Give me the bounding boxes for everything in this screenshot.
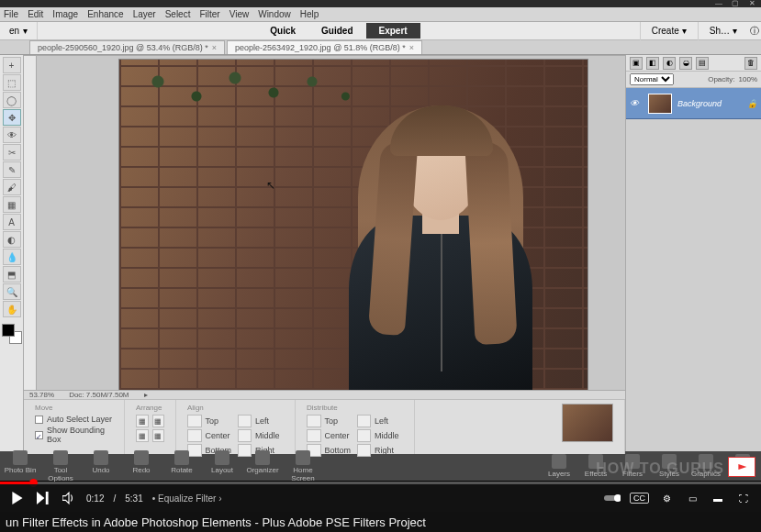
layer-row[interactable]: 👁 Background 🔒 xyxy=(626,88,761,119)
captions-button[interactable]: CC xyxy=(630,493,649,504)
miniplayer-icon[interactable]: ▭ xyxy=(684,490,700,506)
bottom-layers[interactable]: Layers xyxy=(541,454,577,478)
canvas-area: 0102030405060708090100110118 xyxy=(24,55,625,451)
panel-icon[interactable]: ◒ xyxy=(679,57,692,70)
bottom-home-screen[interactable]: Home Screen xyxy=(283,450,323,482)
tool-button[interactable]: 👁 xyxy=(3,127,21,143)
document-tab[interactable]: people-2563492_1920.jpg @ 51.8% (RGB/8) … xyxy=(227,40,422,54)
bounding-box-checkbox[interactable] xyxy=(35,431,43,439)
color-swatches[interactable] xyxy=(2,324,22,344)
arrange-front-button[interactable]: ▦ xyxy=(136,415,149,427)
close-icon[interactable]: ✕ xyxy=(746,1,757,6)
opacity-label: Opacity: xyxy=(708,75,734,83)
menu-file[interactable]: File xyxy=(4,9,18,19)
blend-mode-select[interactable]: Normal xyxy=(630,73,674,85)
menu-select[interactable]: Select xyxy=(165,9,191,19)
lang-label: en xyxy=(9,26,19,36)
play-button[interactable] xyxy=(9,490,26,506)
align-top-button[interactable] xyxy=(307,415,321,427)
tool-button[interactable]: ✎ xyxy=(3,161,21,178)
bottom-organizer[interactable]: Organizer xyxy=(242,450,283,482)
chapter-label[interactable]: Equalize Filter xyxy=(158,493,216,504)
menu-help[interactable]: Help xyxy=(300,9,319,19)
tool-button[interactable]: ◯ xyxy=(3,92,21,108)
tool-button[interactable]: ✥ xyxy=(3,109,21,126)
foreground-color-swatch[interactable] xyxy=(2,324,15,337)
bottom-undo[interactable]: Undo xyxy=(81,450,121,482)
bottom-layout[interactable]: Layout xyxy=(202,450,242,482)
ruler-vertical xyxy=(24,56,37,390)
settings-icon[interactable]: ⚙ xyxy=(658,490,675,506)
tool-button[interactable]: ⬚ xyxy=(3,74,21,91)
viewport[interactable]: ↖ xyxy=(37,56,625,390)
tool-button[interactable]: 🔍 xyxy=(3,283,21,300)
maximize-icon[interactable]: ▢ xyxy=(730,1,741,6)
autoplay-toggle[interactable] xyxy=(604,490,621,506)
lang-dropdown[interactable]: en ▾ xyxy=(0,22,38,39)
tool-button[interactable]: 🖌 xyxy=(3,179,21,195)
opacity-value[interactable]: 100% xyxy=(739,75,757,83)
arrange-back-button[interactable]: ▦ xyxy=(152,415,165,427)
align-top-button[interactable] xyxy=(187,415,202,427)
menu-edit[interactable]: Edit xyxy=(28,9,43,19)
minimize-icon[interactable]: — xyxy=(713,1,724,6)
menu-filter[interactable]: Filter xyxy=(199,9,219,19)
panel-icon[interactable]: ▣ xyxy=(630,57,643,70)
subscribe-button[interactable] xyxy=(728,457,755,477)
create-button[interactable]: Create▾ xyxy=(640,22,698,40)
bottom-rotate[interactable]: Rotate xyxy=(162,450,202,482)
menu-window[interactable]: Window xyxy=(258,9,291,19)
align-left-button[interactable] xyxy=(357,415,372,427)
menu-enhance[interactable]: Enhance xyxy=(87,9,123,19)
panel-icon[interactable]: ◧ xyxy=(646,57,659,70)
menu-view[interactable]: View xyxy=(229,9,250,19)
tool-button[interactable]: ◐ xyxy=(3,231,21,248)
lock-icon: 🔒 xyxy=(747,99,757,108)
video-player-controls: 0:12 / 5:31 • Equalize Filter › CC ⚙ ▭ ▬… xyxy=(0,484,761,512)
sh-button[interactable]: Sh…▾ xyxy=(698,22,748,40)
arrange-backward-button[interactable]: ▦ xyxy=(152,429,165,442)
align-middle-button[interactable] xyxy=(357,429,372,442)
next-button[interactable] xyxy=(35,490,51,506)
layer-thumb[interactable] xyxy=(648,94,672,114)
align-center-button[interactable] xyxy=(187,429,202,442)
layer-thumbnail-preview[interactable] xyxy=(562,404,613,442)
tool-button[interactable]: ⬒ xyxy=(3,266,21,283)
document-tab[interactable]: people-2590560_1920.jpg @ 53.4% (RGB/8) … xyxy=(29,40,225,54)
layers-empty-area xyxy=(626,119,761,451)
info-icon[interactable]: ⓘ xyxy=(748,25,761,38)
tool-button[interactable]: ✋ xyxy=(3,301,21,317)
mode-tab-expert[interactable]: Expert xyxy=(366,23,420,39)
close-tab-icon[interactable]: × xyxy=(409,43,414,52)
arrange-forward-button[interactable]: ▦ xyxy=(136,429,149,442)
align-right-button[interactable] xyxy=(357,444,372,457)
bottom-photo-bin[interactable]: Photo Bin xyxy=(0,450,40,482)
mode-tab-guided[interactable]: Guided xyxy=(308,23,365,39)
menu-layer[interactable]: Layer xyxy=(133,9,156,19)
align-center-button[interactable] xyxy=(307,429,321,442)
volume-button[interactable] xyxy=(61,490,77,506)
fullscreen-icon[interactable]: ⛶ xyxy=(735,490,752,506)
document-image[interactable]: ↖ xyxy=(119,60,588,390)
tool-button[interactable]: A xyxy=(3,214,21,230)
panel-icon[interactable]: ◐ xyxy=(663,57,676,70)
auto-select-checkbox[interactable] xyxy=(35,416,43,424)
chevron-right-icon[interactable]: ▸ xyxy=(144,391,148,399)
tool-button[interactable]: 💧 xyxy=(3,249,21,265)
bottom-redo[interactable]: Redo xyxy=(121,450,162,482)
align-left-button[interactable] xyxy=(238,415,252,427)
theater-icon[interactable]: ▬ xyxy=(710,490,726,506)
tool-button[interactable]: + xyxy=(3,57,21,73)
align-middle-button[interactable] xyxy=(238,429,252,442)
menu-image[interactable]: Image xyxy=(52,9,78,19)
mode-tab-quick[interactable]: Quick xyxy=(257,23,308,39)
tool-button[interactable]: ✂ xyxy=(3,144,21,161)
close-tab-icon[interactable]: × xyxy=(212,43,217,52)
bottom-tool-options[interactable]: Tool Options xyxy=(40,450,81,482)
tool-button[interactable]: ▦ xyxy=(3,196,21,213)
trash-icon[interactable]: 🗑 xyxy=(744,57,757,70)
visibility-icon[interactable]: 👁 xyxy=(630,98,643,108)
watermark-text: HOW TO GURUS xyxy=(596,460,724,477)
chevron-down-icon: ▾ xyxy=(23,26,28,36)
panel-icon[interactable]: ▤ xyxy=(696,57,709,70)
